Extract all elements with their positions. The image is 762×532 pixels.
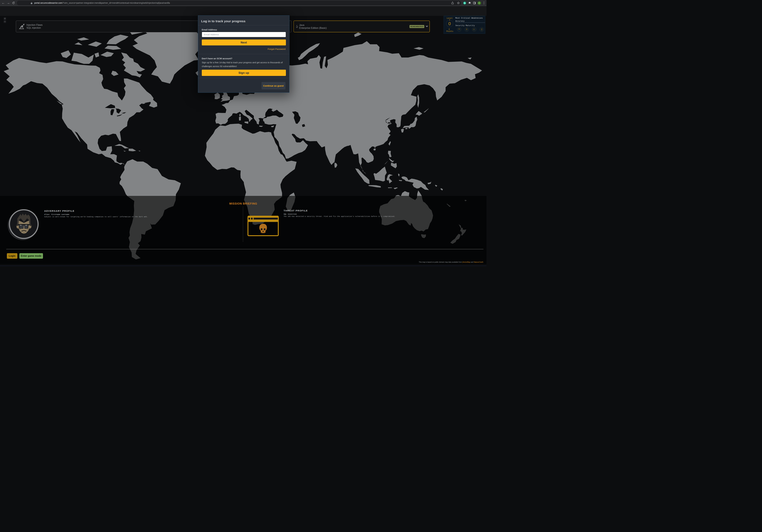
svg-text:0: 0 — [448, 21, 451, 26]
